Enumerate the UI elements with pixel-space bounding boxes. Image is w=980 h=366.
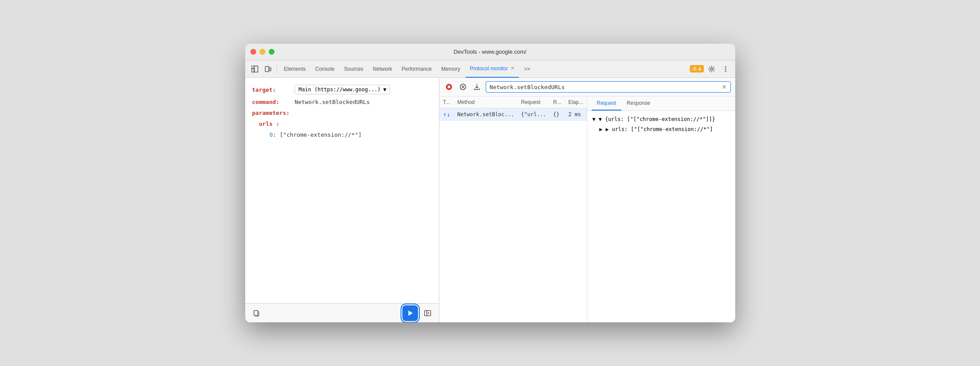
svg-rect-3 [265,66,269,72]
cell-method: Network.setBloc... [454,108,517,121]
run-button[interactable] [402,305,418,321]
col-elapsed: Elap... [565,97,586,108]
req-tabs: Request Response [587,97,735,111]
target-select[interactable]: Main (https://www.goog...) ▼ [295,85,390,94]
content-area: target: Main (https://www.goog...) ▼ com… [245,78,735,322]
target-row: target: Main (https://www.goog...) ▼ [252,85,432,94]
response-line-2[interactable]: ▶ ▶ urls: ["["chrome-extension://*"] [593,125,730,134]
table-row[interactable]: ↑↓ Network.setBloc... {"url... {} 2 ms [439,108,586,121]
response-content: ▼ ▼ {urls: ["["chrome-extension://*"]]} … [587,111,735,140]
clear-icon[interactable] [458,82,468,92]
requests-table: T... Method Request R... Elap... [439,97,586,121]
svg-point-5 [710,68,713,70]
copy-icon[interactable] [250,307,263,319]
response-line-1[interactable]: ▼ ▼ {urls: ["["chrome-extension://*"]]} [593,115,730,124]
tab-elements[interactable]: Elements [280,60,310,78]
tab-console[interactable]: Console [311,60,339,78]
index-value: : ["chrome-extension://*"] [273,131,362,138]
parameters-row: parameters: [252,110,432,116]
command-input[interactable] [490,84,721,90]
index-row: 0 : ["chrome-extension://*"] [270,131,432,138]
cell-elapsed: 2 ms [565,108,586,121]
cell-type: ↑↓ [439,108,454,121]
right-main: T... Method Request R... Elap... [439,97,735,322]
cell-response: {} [550,108,565,121]
col-type: T... [439,97,454,108]
stop-recording-icon[interactable] [444,82,454,92]
tab-sources[interactable]: Sources [340,60,368,78]
table-header-row: T... Method Request R... Elap... [439,97,586,108]
response-text-2: ▶ urls: ["["chrome-extension://*"] [606,126,713,132]
cell-request: {"url... [517,108,550,121]
left-content: target: Main (https://www.goog...) ▼ com… [245,78,439,303]
tab-memory[interactable]: Memory [437,60,464,78]
issues-badge[interactable]: ⚠ 4 [690,65,703,73]
index-num: 0 [270,131,273,138]
command-label: command: [252,99,291,105]
col-response: R... [550,97,565,108]
tab-performance[interactable]: Performance [397,60,436,78]
svg-rect-2 [252,69,254,72]
left-panel: target: Main (https://www.goog...) ▼ com… [245,78,440,322]
col-request: Request [517,97,550,108]
tab-request[interactable]: Request [592,97,622,110]
minimize-button[interactable] [260,49,265,55]
tab-response[interactable]: Response [621,97,655,110]
more-tabs-button[interactable]: >> [520,60,535,78]
col-method: Method [454,97,517,108]
svg-rect-1 [254,66,258,72]
svg-rect-13 [425,311,431,316]
maximize-button[interactable] [269,49,274,55]
toolbar-separator [277,65,277,73]
toolbar-right: ⚠ 4 [690,63,731,75]
command-bar: ✕ [439,78,735,97]
tab-close-icon[interactable]: ✕ [511,66,514,71]
right-panel: ✕ T... Method Request [439,78,735,322]
window-title: DevTools - www.google.com/ [454,48,527,55]
clear-input-icon[interactable]: ✕ [722,83,727,90]
svg-rect-0 [252,66,254,68]
dropdown-arrow-icon: ▼ [383,86,386,93]
svg-rect-4 [269,68,271,71]
target-value: Main (https://www.goog...) [298,86,380,93]
svg-marker-12 [408,311,413,316]
svg-rect-10 [254,311,258,315]
traffic-lights [250,49,274,55]
expand-icon-1: ▼ [593,116,596,122]
urls-label: urls : [259,121,298,127]
download-icon[interactable] [472,82,482,92]
bidirectional-arrow-icon: ↑↓ [443,111,450,118]
svg-point-6 [725,66,726,67]
svg-point-7 [725,68,726,69]
device-toggle-icon[interactable] [262,63,274,75]
command-row: command: Network.setBlockedURLs [252,99,432,105]
tab-network[interactable]: Network [369,60,397,78]
left-footer [245,303,439,322]
target-label: target: [252,86,291,93]
inspect-icon[interactable] [249,63,261,75]
sidebar-toggle-icon[interactable] [421,307,434,319]
command-input-wrap: ✕ [486,81,730,93]
response-text-1: ▼ {urls: ["["chrome-extension://*"]]} [599,116,715,122]
warning-icon: ⚠ [692,66,697,72]
titlebar: DevTools - www.google.com/ [245,44,735,60]
svg-point-8 [725,70,726,72]
more-options-icon[interactable] [720,63,732,75]
table-wrap: T... Method Request R... Elap... [439,97,586,322]
close-button[interactable] [250,49,256,55]
toolbar: Elements Console Sources Network Perform… [245,60,735,78]
response-panel: Request Response ▼ ▼ {urls: ["["chrome-e… [587,97,735,322]
expand-icon-2: ▶ [600,126,603,132]
parameters-label: parameters: [252,110,291,116]
tab-protocol-monitor[interactable]: Protocol monitor ✕ [466,60,519,78]
settings-icon[interactable] [706,63,718,75]
urls-row: urls : [259,121,432,127]
window-body: target: Main (https://www.goog...) ▼ com… [245,78,735,322]
command-value: Network.setBlockedURLs [295,99,370,105]
svg-rect-16 [448,86,450,88]
